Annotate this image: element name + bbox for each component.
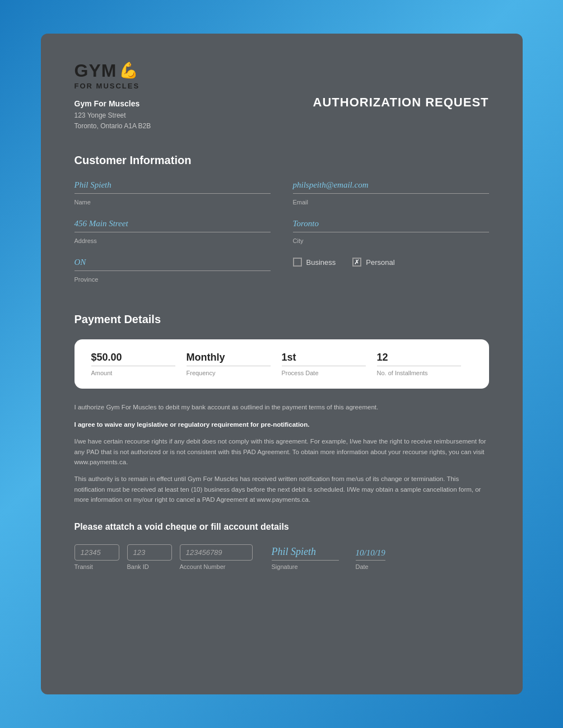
address-field: 456 Main Street Address xyxy=(75,219,271,245)
name-label: Name xyxy=(75,199,91,206)
customer-section-heading: Customer Information xyxy=(75,154,489,167)
company-city-province: Toronto, Ontario A1A B2B xyxy=(75,121,151,132)
frequency-value: Monthly xyxy=(187,352,271,366)
frequency-label: Frequency xyxy=(187,370,271,376)
signature-value: Phil Spieth xyxy=(272,546,339,561)
bank-id-field: 123 Bank ID xyxy=(127,544,172,570)
right-column: philspeith@email.com Email Toronto City … xyxy=(293,180,489,296)
email-field: philspeith@email.com Email xyxy=(293,180,489,207)
name-value: Phil Spieth xyxy=(75,180,271,194)
bank-row: 12345 Transit 123 Bank ID 123456789 Acco… xyxy=(75,544,489,570)
account-number-label: Account Number xyxy=(180,563,253,570)
logo-arm-icon: 💪 xyxy=(119,63,138,78)
logo-for-muscles: FOR MUSCLES xyxy=(75,82,151,90)
logo-mark: GYM 💪 xyxy=(75,62,151,80)
customer-form-grid: Phil Spieth Name 456 Main Street Address… xyxy=(75,180,489,296)
email-value: philspeith@email.com xyxy=(293,180,489,194)
signature-label: Signature xyxy=(272,563,339,570)
frequency-field: Monthly Frequency xyxy=(187,352,282,376)
account-type-checkboxes: Business ✗ Personal xyxy=(293,258,489,267)
account-number-value[interactable]: 123456789 xyxy=(180,544,253,561)
document-title: AUTHORIZATION REQUEST xyxy=(313,95,489,110)
date-field: 10/10/19 Date xyxy=(356,548,385,570)
business-checkbox[interactable] xyxy=(293,258,302,267)
email-label: Email xyxy=(293,199,309,206)
process-date-value: 1st xyxy=(282,352,366,366)
payment-card: $50.00 Amount Monthly Frequency 1st Proc… xyxy=(75,339,489,389)
transit-label: Transit xyxy=(75,563,119,570)
legal-line4: This authority is to remain in effect un… xyxy=(75,474,489,505)
address-value: 456 Main Street xyxy=(75,219,271,232)
legal-line3: I/we have certain recourse rights if any… xyxy=(75,436,489,467)
company-info: Gym For Muscles 123 Yonge Street Toronto… xyxy=(75,99,151,132)
legal-section: I authorize Gym For Muscles to debit my … xyxy=(75,402,489,505)
logo-gym-text: GYM xyxy=(75,62,117,80)
amount-value: $50.00 xyxy=(91,352,175,366)
amount-field: $50.00 Amount xyxy=(91,352,187,376)
company-street: 123 Yonge Street xyxy=(75,110,151,121)
city-value: Toronto xyxy=(293,219,489,232)
payment-row: $50.00 Amount Monthly Frequency 1st Proc… xyxy=(91,352,472,376)
bank-section: Please attatch a void cheque or fill acc… xyxy=(75,522,489,570)
installments-label: No. of Installments xyxy=(377,370,461,376)
amount-label: Amount xyxy=(91,370,175,376)
city-field: Toronto City xyxy=(293,219,489,245)
signature-section: Phil Spieth Signature 10/10/19 Date xyxy=(272,546,385,570)
bank-section-heading: Please attatch a void cheque or fill acc… xyxy=(75,522,489,532)
signature-field: Phil Spieth Signature xyxy=(272,546,339,570)
company-name: Gym For Muscles xyxy=(75,99,151,108)
logo-section: GYM 💪 FOR MUSCLES Gym For Muscles 123 Yo… xyxy=(75,62,151,132)
province-field: ON Province xyxy=(75,258,271,284)
header: GYM 💪 FOR MUSCLES Gym For Muscles 123 Yo… xyxy=(75,62,489,132)
province-label: Province xyxy=(75,276,99,283)
personal-label: Personal xyxy=(366,258,394,267)
process-date-field: 1st Process Date xyxy=(282,352,377,376)
date-value: 10/10/19 xyxy=(356,548,385,561)
installments-value: 12 xyxy=(377,352,461,366)
document-container: GYM 💪 FOR MUSCLES Gym For Muscles 123 Yo… xyxy=(41,34,523,694)
name-field: Phil Spieth Name xyxy=(75,180,271,207)
business-label: Business xyxy=(306,258,336,267)
date-label: Date xyxy=(356,563,385,570)
payment-section: Payment Details $50.00 Amount Monthly Fr… xyxy=(75,313,489,389)
customer-section: Customer Information Phil Spieth Name 45… xyxy=(75,154,489,296)
address-label: Address xyxy=(75,237,97,244)
legal-line1: I authorize Gym For Muscles to debit my … xyxy=(75,402,489,412)
business-checkbox-item[interactable]: Business xyxy=(293,258,336,267)
bank-id-value[interactable]: 123 xyxy=(127,544,172,561)
account-number-field: 123456789 Account Number xyxy=(180,544,253,570)
payment-section-heading: Payment Details xyxy=(75,313,489,326)
transit-value[interactable]: 12345 xyxy=(75,544,119,561)
personal-checkbox-item[interactable]: ✗ Personal xyxy=(352,258,394,267)
bank-id-label: Bank ID xyxy=(127,563,172,570)
process-date-label: Process Date xyxy=(282,370,366,376)
left-column: Phil Spieth Name 456 Main Street Address… xyxy=(75,180,271,296)
transit-field: 12345 Transit xyxy=(75,544,119,570)
account-type-field: Business ✗ Personal xyxy=(293,258,489,267)
installments-field: 12 No. of Installments xyxy=(377,352,472,376)
legal-line2: I agree to waive any legislative or regu… xyxy=(75,419,489,430)
city-label: City xyxy=(293,237,304,244)
personal-checkbox[interactable]: ✗ xyxy=(352,258,361,267)
province-value: ON xyxy=(75,258,271,271)
